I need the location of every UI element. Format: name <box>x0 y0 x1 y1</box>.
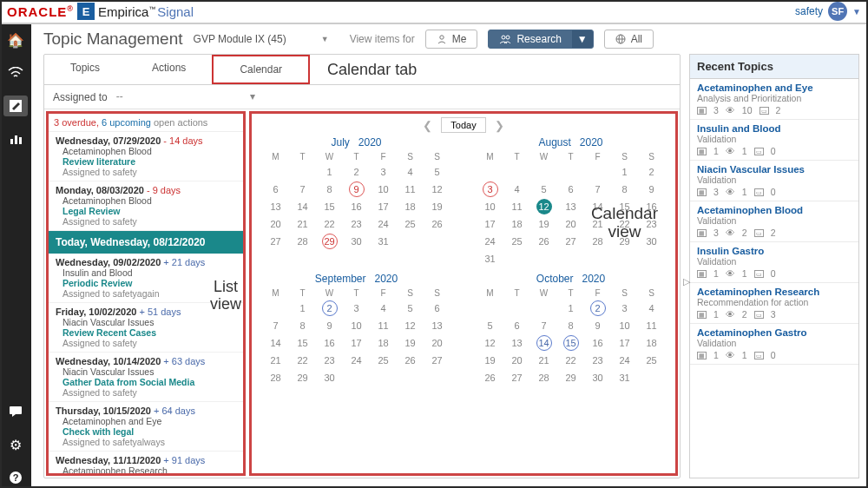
day-cell[interactable]: 18 <box>397 198 424 215</box>
day-cell[interactable]: 28 <box>530 369 557 386</box>
tab-actions[interactable]: Actions <box>126 55 212 84</box>
day-cell[interactable]: 18 <box>370 334 397 352</box>
day-cell[interactable]: 1 <box>611 163 638 181</box>
day-cell[interactable]: 8 <box>289 317 316 334</box>
user-name-link[interactable]: safety <box>795 5 823 17</box>
day-cell[interactable]: 10 <box>370 181 397 198</box>
day-cell[interactable]: 26 <box>477 369 503 386</box>
day-cell[interactable]: 27 <box>262 233 289 250</box>
day-cell[interactable]: 5 <box>477 317 503 334</box>
day-cell[interactable]: 30 <box>316 369 343 386</box>
day-cell[interactable]: 6 <box>503 317 530 334</box>
day-cell[interactable]: 4 <box>503 181 530 198</box>
day-cell[interactable]: 9 <box>584 317 611 334</box>
day-cell[interactable]: 16 <box>343 198 370 215</box>
day-cell[interactable]: 11 <box>503 198 530 215</box>
day-cell[interactable]: 9 <box>316 317 343 334</box>
recent-topic-item[interactable]: Niacin Vascular IssuesValidation▦3👁1▭0 <box>690 161 858 201</box>
module-dropdown[interactable]: GVP Module IX (45)▼ <box>194 33 329 45</box>
avatar[interactable]: SF <box>828 2 847 21</box>
day-cell[interactable]: 7 <box>289 181 316 198</box>
day-cell[interactable]: 19 <box>530 215 557 233</box>
pill-all[interactable]: All <box>604 30 654 49</box>
tab-calendar[interactable]: Calendar <box>212 55 310 84</box>
day-cell[interactable]: 5 <box>397 300 424 317</box>
user-menu-caret-icon[interactable]: ▼ <box>852 7 861 16</box>
day-cell[interactable]: 29 <box>322 234 338 249</box>
day-cell[interactable]: 23 <box>584 352 611 369</box>
panel-expand-icon[interactable]: ▷ <box>683 276 690 287</box>
chart-icon[interactable] <box>3 129 28 149</box>
day-cell[interactable]: 4 <box>397 163 424 181</box>
day-cell[interactable]: 9 <box>638 181 665 198</box>
day-cell[interactable]: 17 <box>611 334 638 352</box>
day-cell[interactable]: 20 <box>424 334 450 352</box>
today-button[interactable]: Today <box>441 117 485 133</box>
day-cell[interactable]: 25 <box>638 352 665 369</box>
day-cell[interactable]: 5 <box>530 181 557 198</box>
day-cell[interactable]: 23 <box>316 352 343 369</box>
day-cell[interactable]: 24 <box>370 215 397 233</box>
recent-topic-item[interactable]: Insulin GastroValidation▦1👁1▭0 <box>690 242 858 283</box>
day-cell[interactable]: 22 <box>289 352 316 369</box>
day-cell[interactable]: 24 <box>611 352 638 369</box>
day-cell[interactable]: 3 <box>483 181 498 197</box>
day-cell[interactable]: 18 <box>638 334 665 352</box>
recent-topic-item[interactable]: Acetaminophen GastroValidation▦1👁1▭0 <box>690 324 858 365</box>
day-cell[interactable]: 24 <box>477 233 503 250</box>
recent-topic-item[interactable]: Acetaminophen BloodValidation▦3👁2▭2 <box>690 201 858 242</box>
feedback-icon[interactable] <box>3 401 28 422</box>
day-cell[interactable]: 12 <box>477 334 503 352</box>
day-cell[interactable]: 15 <box>316 198 343 215</box>
day-cell[interactable]: 1 <box>289 300 316 317</box>
list-item[interactable]: Wednesday, 11/11/2020 + 91 daysAcetamino… <box>49 452 243 476</box>
day-cell[interactable]: 2 <box>638 163 665 181</box>
recent-topic-item[interactable]: Acetaminophen and EyeAnalysis and Priori… <box>690 79 858 120</box>
day-cell[interactable]: 12 <box>397 317 424 334</box>
day-cell[interactable]: 16 <box>584 334 611 352</box>
day-cell[interactable]: 3 <box>343 300 370 317</box>
day-cell[interactable]: 14 <box>289 198 316 215</box>
day-cell[interactable]: 17 <box>477 215 503 233</box>
day-cell[interactable]: 22 <box>316 215 343 233</box>
day-cell[interactable]: 31 <box>370 233 397 250</box>
day-cell[interactable]: 12 <box>536 199 552 214</box>
day-cell[interactable]: 28 <box>262 369 289 386</box>
day-cell[interactable]: 10 <box>477 198 503 215</box>
day-cell[interactable]: 7 <box>262 317 289 334</box>
day-cell[interactable]: 27 <box>424 352 450 369</box>
day-cell[interactable]: 9 <box>349 181 365 197</box>
day-cell[interactable]: 31 <box>477 250 503 267</box>
day-cell[interactable]: 18 <box>503 215 530 233</box>
day-cell[interactable]: 7 <box>530 317 557 334</box>
day-cell[interactable]: 4 <box>638 300 665 317</box>
day-cell[interactable]: 29 <box>557 369 584 386</box>
edit-page-icon[interactable] <box>3 96 28 116</box>
recent-topic-item[interactable]: Acetaminophen ResearchRecommendation for… <box>690 283 858 324</box>
day-cell[interactable]: 25 <box>503 233 530 250</box>
day-cell[interactable]: 11 <box>370 317 397 334</box>
day-cell[interactable]: 14 <box>536 335 552 351</box>
day-cell[interactable]: 31 <box>611 369 638 386</box>
day-cell[interactable]: 6 <box>262 181 289 198</box>
day-cell[interactable]: 30 <box>343 233 370 250</box>
pill-research[interactable]: Research ▼ <box>488 30 593 49</box>
list-item[interactable]: Wednesday, 10/14/2020 + 63 daysNiacin Va… <box>49 353 243 402</box>
day-cell[interactable]: 8 <box>557 317 584 334</box>
list-item[interactable]: Wednesday, 07/29/2020 - 14 daysAcetamino… <box>49 132 243 181</box>
day-cell[interactable]: 11 <box>397 181 424 198</box>
day-cell[interactable]: 1 <box>557 300 584 317</box>
day-cell[interactable]: 3 <box>370 163 397 181</box>
day-cell[interactable]: 23 <box>343 215 370 233</box>
day-cell[interactable]: 19 <box>477 352 503 369</box>
settings-icon[interactable]: ⚙ <box>3 434 28 455</box>
day-cell[interactable]: 10 <box>611 317 638 334</box>
day-cell[interactable]: 26 <box>424 215 450 233</box>
day-cell[interactable]: 27 <box>503 369 530 386</box>
pill-research-caret[interactable]: ▼ <box>572 30 593 48</box>
day-cell[interactable]: 8 <box>611 181 638 198</box>
day-cell[interactable]: 20 <box>262 215 289 233</box>
day-cell[interactable]: 13 <box>424 317 450 334</box>
day-cell[interactable]: 10 <box>343 317 370 334</box>
prev-arrow-icon[interactable]: ❮ <box>423 119 432 132</box>
